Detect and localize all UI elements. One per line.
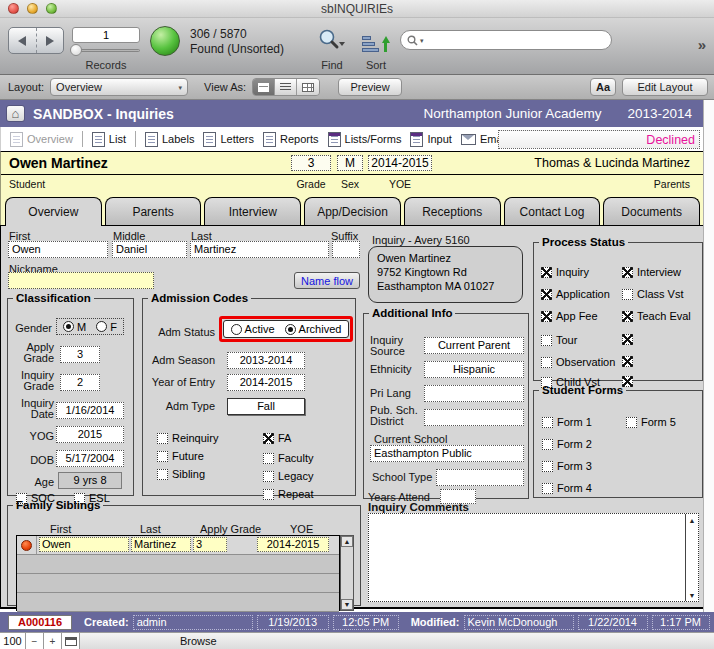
modified-by-field[interactable]: Kevin McDonough xyxy=(464,615,574,630)
created-by-field[interactable]: admin xyxy=(133,615,253,630)
yog-field[interactable]: 2015 xyxy=(56,426,124,443)
name-flow-button[interactable]: Name flow xyxy=(294,272,360,289)
inquiry-comments-field[interactable]: ▲ ▼ xyxy=(368,513,699,602)
gender-female-radio[interactable]: F xyxy=(96,321,117,333)
status-checkbox-5[interactable] xyxy=(622,356,637,367)
tour-checkbox[interactable]: Tour xyxy=(541,334,577,346)
found-set-pie-button[interactable] xyxy=(150,26,180,56)
text-formatting-button[interactable]: Aa xyxy=(590,78,616,96)
status-checkbox-4[interactable] xyxy=(622,334,637,345)
inquiry-source-field[interactable]: Current Parent xyxy=(424,337,524,354)
scroll-down-icon[interactable]: ▼ xyxy=(341,599,353,610)
window-scrollbar-track[interactable] xyxy=(703,100,714,612)
marker-cell[interactable] xyxy=(17,536,37,554)
grade-field[interactable]: 3 xyxy=(291,155,331,171)
layout-popup[interactable]: Overview ▾ xyxy=(50,78,188,96)
sibling-row-empty[interactable] xyxy=(17,593,339,612)
adm-season-field[interactable]: 2013-2014 xyxy=(227,352,305,369)
apply-grade-field[interactable]: 3 xyxy=(60,346,100,363)
sibling-yoe-cell[interactable]: 2014-2015 xyxy=(257,537,329,552)
record-id-field[interactable]: A000116 xyxy=(8,615,72,630)
form2-checkbox[interactable]: Form 2 xyxy=(542,438,592,450)
search-input[interactable] xyxy=(426,34,605,46)
inquiry-date-field[interactable]: 1/16/2014 xyxy=(56,402,124,419)
ethnicity-field[interactable]: Hispanic xyxy=(424,361,524,378)
teach-eval-checkbox[interactable]: Teach Eval xyxy=(622,310,691,322)
observation-checkbox[interactable]: Observation xyxy=(541,356,615,368)
created-time-field[interactable]: 12:05 PM xyxy=(333,615,399,630)
dob-field[interactable]: 5/17/2004 xyxy=(56,450,124,467)
nickname-field[interactable] xyxy=(8,272,154,289)
sibling-first-cell[interactable]: Owen xyxy=(39,537,129,552)
tab-app-decision[interactable]: App/Decision xyxy=(304,197,401,225)
form5-checkbox[interactable]: Form 5 xyxy=(626,416,676,428)
current-school-field[interactable]: Easthampton Public xyxy=(370,445,524,462)
future-checkbox[interactable]: Future xyxy=(157,450,204,462)
sort-button[interactable] xyxy=(362,28,390,54)
last-name-field[interactable]: Martinez xyxy=(190,241,329,258)
sibling-row[interactable]: Owen Martinez 3 2014-2015 xyxy=(17,536,339,555)
mailing-label-preview[interactable]: Owen Martinez 9752 Kingtown Rd Easthampt… xyxy=(368,246,523,303)
mode-popup[interactable]: Browse xyxy=(180,633,217,649)
declined-status-field[interactable]: Declined xyxy=(498,130,700,149)
toolbar-overflow-icon[interactable]: » xyxy=(698,36,706,53)
tab-parents[interactable]: Parents xyxy=(105,197,202,225)
gender-male-radio[interactable]: M xyxy=(63,321,86,333)
zoom-in-button[interactable]: + xyxy=(44,633,62,649)
class-vst-checkbox[interactable]: Class Vst xyxy=(622,288,683,300)
form1-checkbox[interactable]: Form 1 xyxy=(542,416,592,428)
created-date-field[interactable]: 1/19/2013 xyxy=(257,615,329,630)
suffix-field[interactable] xyxy=(332,241,360,258)
interview-checkbox[interactable]: Interview xyxy=(622,266,681,278)
school-type-field[interactable] xyxy=(436,469,524,486)
form4-checkbox[interactable]: Form 4 xyxy=(542,482,592,494)
home-button[interactable]: ⌂ xyxy=(6,105,25,122)
scroll-down-icon[interactable]: ▼ xyxy=(686,590,698,600)
middle-name-field[interactable]: Daniel xyxy=(112,241,187,258)
sibling-checkbox[interactable]: Sibling xyxy=(157,468,205,480)
adm-status-archived-radio[interactable]: Archived xyxy=(285,323,342,335)
tab-contact-log[interactable]: Contact Log xyxy=(504,197,601,225)
record-slider-thumb[interactable] xyxy=(70,44,82,56)
first-name-field[interactable]: Owen xyxy=(8,241,108,258)
tab-documents[interactable]: Documents xyxy=(603,197,700,225)
pri-lang-field[interactable] xyxy=(424,385,524,402)
search-dropdown-icon[interactable]: ▾ xyxy=(420,37,424,44)
toggle-statusbar-button[interactable] xyxy=(62,633,80,649)
year-of-entry-field[interactable]: 2014-2015 xyxy=(227,374,305,391)
quick-find-field[interactable]: ▾ xyxy=(400,30,612,50)
age-field[interactable]: 9 yrs 8 xyxy=(58,472,122,489)
comments-scrollbar[interactable]: ▲ ▼ xyxy=(685,514,698,601)
fa-checkbox[interactable]: FA xyxy=(263,432,291,444)
previous-record-button[interactable] xyxy=(9,28,37,53)
faculty-checkbox[interactable]: Faculty xyxy=(263,452,313,464)
sibling-apply-grade-cell[interactable]: 3 xyxy=(193,537,227,552)
sibling-row-empty[interactable] xyxy=(17,574,339,593)
adm-status-active-radio[interactable]: Active xyxy=(231,323,275,335)
next-record-button[interactable] xyxy=(37,28,64,53)
tab-interview[interactable]: Interview xyxy=(204,197,301,225)
tab-receptions[interactable]: Receptions xyxy=(404,197,501,225)
district-field[interactable] xyxy=(424,409,524,426)
inquiry-grade-field[interactable]: 2 xyxy=(60,374,100,391)
find-button[interactable] xyxy=(317,28,347,54)
sex-field[interactable]: M xyxy=(337,155,363,171)
adm-type-field[interactable]: Fall xyxy=(227,398,305,415)
view-form-button[interactable] xyxy=(253,79,275,95)
scroll-up-icon[interactable]: ▲ xyxy=(341,536,353,547)
legacy-checkbox[interactable]: Legacy xyxy=(263,470,313,482)
sibling-last-cell[interactable]: Martinez xyxy=(131,537,191,552)
form3-checkbox[interactable]: Form 3 xyxy=(542,460,592,472)
lists-forms-button[interactable]: Lists/Forms xyxy=(328,132,402,147)
reports-button[interactable]: Reports xyxy=(263,132,319,147)
zoom-out-button[interactable]: − xyxy=(26,633,44,649)
yoe-field[interactable]: 2014-2015 xyxy=(368,155,432,171)
application-checkbox[interactable]: Application xyxy=(541,288,610,300)
list-nav-button[interactable]: List xyxy=(92,132,126,147)
input-button[interactable]: Input xyxy=(410,132,451,147)
modified-date-field[interactable]: 1/22/2014 xyxy=(578,615,648,630)
record-slider-track[interactable] xyxy=(72,49,140,52)
app-fee-checkbox[interactable]: App Fee xyxy=(541,310,598,322)
labels-button[interactable]: Labels xyxy=(145,132,194,147)
sibling-row-empty[interactable] xyxy=(17,555,339,574)
